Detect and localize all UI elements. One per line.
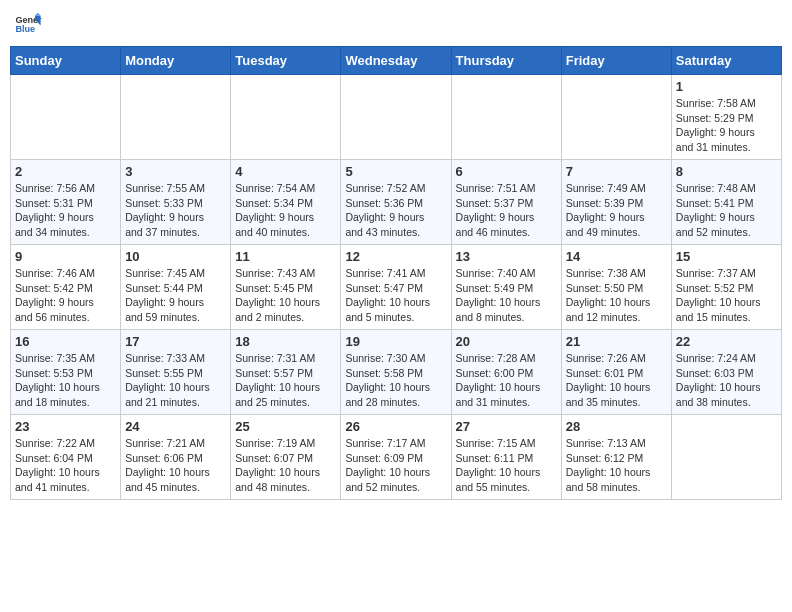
day-info: Sunrise: 7:46 AM Sunset: 5:42 PM Dayligh…: [15, 266, 116, 325]
day-number: 23: [15, 419, 116, 434]
day-info: Sunrise: 7:37 AM Sunset: 5:52 PM Dayligh…: [676, 266, 777, 325]
day-info: Sunrise: 7:54 AM Sunset: 5:34 PM Dayligh…: [235, 181, 336, 240]
day-number: 16: [15, 334, 116, 349]
day-number: 1: [676, 79, 777, 94]
weekday-header: Monday: [121, 47, 231, 75]
day-info: Sunrise: 7:56 AM Sunset: 5:31 PM Dayligh…: [15, 181, 116, 240]
day-number: 20: [456, 334, 557, 349]
day-info: Sunrise: 7:13 AM Sunset: 6:12 PM Dayligh…: [566, 436, 667, 495]
calendar-cell: 14Sunrise: 7:38 AM Sunset: 5:50 PM Dayli…: [561, 245, 671, 330]
calendar-cell: 21Sunrise: 7:26 AM Sunset: 6:01 PM Dayli…: [561, 330, 671, 415]
calendar-cell: 2Sunrise: 7:56 AM Sunset: 5:31 PM Daylig…: [11, 160, 121, 245]
day-number: 6: [456, 164, 557, 179]
calendar-week: 2Sunrise: 7:56 AM Sunset: 5:31 PM Daylig…: [11, 160, 782, 245]
day-info: Sunrise: 7:38 AM Sunset: 5:50 PM Dayligh…: [566, 266, 667, 325]
calendar-cell: 16Sunrise: 7:35 AM Sunset: 5:53 PM Dayli…: [11, 330, 121, 415]
day-info: Sunrise: 7:45 AM Sunset: 5:44 PM Dayligh…: [125, 266, 226, 325]
calendar-cell: 15Sunrise: 7:37 AM Sunset: 5:52 PM Dayli…: [671, 245, 781, 330]
day-number: 19: [345, 334, 446, 349]
calendar-cell: 28Sunrise: 7:13 AM Sunset: 6:12 PM Dayli…: [561, 415, 671, 500]
day-info: Sunrise: 7:49 AM Sunset: 5:39 PM Dayligh…: [566, 181, 667, 240]
day-number: 18: [235, 334, 336, 349]
page-header: General Blue: [10, 10, 782, 38]
calendar-cell: 1Sunrise: 7:58 AM Sunset: 5:29 PM Daylig…: [671, 75, 781, 160]
day-info: Sunrise: 7:58 AM Sunset: 5:29 PM Dayligh…: [676, 96, 777, 155]
calendar-header: SundayMondayTuesdayWednesdayThursdayFrid…: [11, 47, 782, 75]
day-info: Sunrise: 7:52 AM Sunset: 5:36 PM Dayligh…: [345, 181, 446, 240]
calendar-week: 23Sunrise: 7:22 AM Sunset: 6:04 PM Dayli…: [11, 415, 782, 500]
day-info: Sunrise: 7:33 AM Sunset: 5:55 PM Dayligh…: [125, 351, 226, 410]
day-info: Sunrise: 7:31 AM Sunset: 5:57 PM Dayligh…: [235, 351, 336, 410]
day-number: 24: [125, 419, 226, 434]
calendar-week: 16Sunrise: 7:35 AM Sunset: 5:53 PM Dayli…: [11, 330, 782, 415]
calendar-cell: 17Sunrise: 7:33 AM Sunset: 5:55 PM Dayli…: [121, 330, 231, 415]
day-info: Sunrise: 7:30 AM Sunset: 5:58 PM Dayligh…: [345, 351, 446, 410]
weekday-header: Friday: [561, 47, 671, 75]
day-info: Sunrise: 7:21 AM Sunset: 6:06 PM Dayligh…: [125, 436, 226, 495]
calendar-cell: 19Sunrise: 7:30 AM Sunset: 5:58 PM Dayli…: [341, 330, 451, 415]
calendar-cell: 12Sunrise: 7:41 AM Sunset: 5:47 PM Dayli…: [341, 245, 451, 330]
calendar-cell: 26Sunrise: 7:17 AM Sunset: 6:09 PM Dayli…: [341, 415, 451, 500]
calendar-cell: [671, 415, 781, 500]
weekday-header: Thursday: [451, 47, 561, 75]
calendar-cell: 20Sunrise: 7:28 AM Sunset: 6:00 PM Dayli…: [451, 330, 561, 415]
calendar-cell: 8Sunrise: 7:48 AM Sunset: 5:41 PM Daylig…: [671, 160, 781, 245]
day-number: 25: [235, 419, 336, 434]
calendar-cell: 4Sunrise: 7:54 AM Sunset: 5:34 PM Daylig…: [231, 160, 341, 245]
day-info: Sunrise: 7:15 AM Sunset: 6:11 PM Dayligh…: [456, 436, 557, 495]
day-number: 2: [15, 164, 116, 179]
weekday-header: Saturday: [671, 47, 781, 75]
calendar-cell: 23Sunrise: 7:22 AM Sunset: 6:04 PM Dayli…: [11, 415, 121, 500]
calendar-cell: 3Sunrise: 7:55 AM Sunset: 5:33 PM Daylig…: [121, 160, 231, 245]
day-number: 27: [456, 419, 557, 434]
calendar-cell: 5Sunrise: 7:52 AM Sunset: 5:36 PM Daylig…: [341, 160, 451, 245]
day-info: Sunrise: 7:17 AM Sunset: 6:09 PM Dayligh…: [345, 436, 446, 495]
calendar-week: 1Sunrise: 7:58 AM Sunset: 5:29 PM Daylig…: [11, 75, 782, 160]
day-number: 7: [566, 164, 667, 179]
day-number: 5: [345, 164, 446, 179]
calendar-cell: 7Sunrise: 7:49 AM Sunset: 5:39 PM Daylig…: [561, 160, 671, 245]
calendar-cell: [341, 75, 451, 160]
calendar-cell: [11, 75, 121, 160]
svg-text:Blue: Blue: [15, 24, 35, 34]
calendar-cell: 10Sunrise: 7:45 AM Sunset: 5:44 PM Dayli…: [121, 245, 231, 330]
day-info: Sunrise: 7:51 AM Sunset: 5:37 PM Dayligh…: [456, 181, 557, 240]
day-number: 17: [125, 334, 226, 349]
day-info: Sunrise: 7:26 AM Sunset: 6:01 PM Dayligh…: [566, 351, 667, 410]
day-number: 26: [345, 419, 446, 434]
weekday-header: Tuesday: [231, 47, 341, 75]
calendar-cell: 18Sunrise: 7:31 AM Sunset: 5:57 PM Dayli…: [231, 330, 341, 415]
day-number: 13: [456, 249, 557, 264]
day-number: 3: [125, 164, 226, 179]
logo-icon: General Blue: [14, 10, 42, 38]
day-number: 4: [235, 164, 336, 179]
calendar-cell: 25Sunrise: 7:19 AM Sunset: 6:07 PM Dayli…: [231, 415, 341, 500]
day-number: 11: [235, 249, 336, 264]
day-info: Sunrise: 7:22 AM Sunset: 6:04 PM Dayligh…: [15, 436, 116, 495]
calendar-week: 9Sunrise: 7:46 AM Sunset: 5:42 PM Daylig…: [11, 245, 782, 330]
weekday-header: Sunday: [11, 47, 121, 75]
calendar-cell: [231, 75, 341, 160]
day-number: 8: [676, 164, 777, 179]
weekday-header: Wednesday: [341, 47, 451, 75]
calendar-cell: [451, 75, 561, 160]
day-number: 14: [566, 249, 667, 264]
day-info: Sunrise: 7:24 AM Sunset: 6:03 PM Dayligh…: [676, 351, 777, 410]
day-info: Sunrise: 7:55 AM Sunset: 5:33 PM Dayligh…: [125, 181, 226, 240]
calendar-cell: 27Sunrise: 7:15 AM Sunset: 6:11 PM Dayli…: [451, 415, 561, 500]
calendar-cell: [561, 75, 671, 160]
day-number: 15: [676, 249, 777, 264]
day-number: 28: [566, 419, 667, 434]
calendar-cell: 24Sunrise: 7:21 AM Sunset: 6:06 PM Dayli…: [121, 415, 231, 500]
day-info: Sunrise: 7:40 AM Sunset: 5:49 PM Dayligh…: [456, 266, 557, 325]
day-number: 12: [345, 249, 446, 264]
day-number: 22: [676, 334, 777, 349]
day-number: 9: [15, 249, 116, 264]
day-info: Sunrise: 7:43 AM Sunset: 5:45 PM Dayligh…: [235, 266, 336, 325]
day-info: Sunrise: 7:41 AM Sunset: 5:47 PM Dayligh…: [345, 266, 446, 325]
calendar-cell: 22Sunrise: 7:24 AM Sunset: 6:03 PM Dayli…: [671, 330, 781, 415]
calendar: SundayMondayTuesdayWednesdayThursdayFrid…: [10, 46, 782, 500]
day-info: Sunrise: 7:19 AM Sunset: 6:07 PM Dayligh…: [235, 436, 336, 495]
day-number: 21: [566, 334, 667, 349]
day-number: 10: [125, 249, 226, 264]
